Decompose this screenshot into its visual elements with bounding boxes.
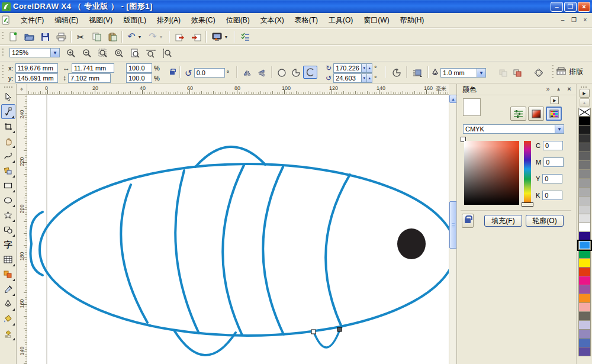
scale-h-input[interactable]: 100.0	[126, 63, 152, 73]
zoom-to-page-button[interactable]	[128, 47, 142, 60]
outline-pen-tool[interactable]	[1, 297, 15, 311]
channel-c-input[interactable]: 0	[543, 141, 563, 150]
eyedropper-tool[interactable]	[1, 282, 15, 297]
drawing-canvas[interactable]	[27, 95, 449, 364]
color-swatch[interactable]	[578, 241, 591, 250]
menu-view[interactable]: 视图(V)	[83, 14, 118, 27]
export-button[interactable]	[189, 30, 203, 43]
wrap-paragraph-button[interactable]	[496, 66, 510, 79]
fish-stripe[interactable]	[263, 167, 284, 334]
color-swatch[interactable]	[578, 232, 591, 241]
ellipse-tool[interactable]	[1, 193, 15, 208]
convert-to-curves-button[interactable]	[510, 66, 525, 79]
horizontal-ruler[interactable]: 毫米 020406080100120140160	[27, 84, 449, 95]
close-button[interactable]: ×	[578, 2, 590, 12]
color-swatch[interactable]	[578, 339, 591, 347]
outline-width-dropdown[interactable]: ▼	[477, 68, 486, 78]
color-swatch[interactable]	[578, 347, 591, 356]
undo-dropdown[interactable]: ▼	[136, 30, 143, 43]
fill-button[interactable]: 填充(F)	[484, 215, 522, 227]
menu-file[interactable]: 文件(F)	[15, 14, 49, 27]
wrap-text-button[interactable]	[410, 66, 424, 79]
zoom-level-input[interactable]: 125%	[9, 48, 51, 57]
fish-stripe[interactable]	[223, 165, 244, 335]
fish-stripe[interactable]	[326, 175, 350, 327]
zoom-to-selection-button[interactable]	[96, 47, 110, 60]
paste-button[interactable]	[105, 30, 120, 43]
import-button[interactable]	[173, 30, 187, 43]
arc-direction-button[interactable]	[390, 66, 404, 79]
spin-up-icon[interactable]: ▲	[367, 63, 372, 73]
vertical-scrollbar[interactable]: ▲	[449, 95, 456, 364]
arc-mode-button[interactable]	[303, 66, 317, 79]
interactive-fill-tool[interactable]	[1, 326, 15, 341]
scale-v-input[interactable]: 100.0	[126, 73, 152, 83]
freehand-tool[interactable]	[1, 149, 15, 163]
channel-y-input[interactable]: 0	[542, 174, 562, 183]
table-tool[interactable]	[1, 252, 15, 267]
object-height-input[interactable]: 7.102 mm	[68, 73, 111, 83]
fish-body[interactable]	[40, 164, 449, 336]
color-swatch[interactable]	[578, 205, 591, 214]
color-swatch[interactable]	[578, 223, 591, 232]
color-swatch[interactable]	[578, 125, 591, 134]
zoom-in-button[interactable]	[64, 47, 78, 60]
palette-scroll-up-button[interactable]: ▲	[580, 98, 590, 107]
color-swatch[interactable]	[578, 250, 591, 259]
ellipse-mode-button[interactable]	[275, 66, 289, 79]
redo-dropdown[interactable]: ▼	[157, 30, 165, 43]
arc-node-handle[interactable]	[311, 330, 316, 334]
color-swatch[interactable]	[578, 214, 591, 223]
object-width-input[interactable]: 11.741 mm	[72, 63, 114, 73]
toolbar-grip[interactable]	[2, 32, 4, 41]
spin-up-icon[interactable]: ▲	[367, 73, 372, 83]
outline-width-input[interactable]: 1.0 mm	[440, 68, 477, 78]
print-button[interactable]	[54, 30, 68, 43]
fill-tool[interactable]	[1, 311, 15, 326]
color-field[interactable]	[464, 141, 519, 205]
options-flyout-button[interactable]: ▶	[551, 96, 559, 104]
scale-lock-button[interactable]	[169, 68, 175, 78]
blend-tool[interactable]	[1, 267, 15, 282]
menu-table[interactable]: 表格(T)	[289, 14, 323, 27]
doc-restore-button[interactable]: ❐	[570, 15, 578, 24]
options-button[interactable]	[238, 30, 252, 43]
color-swatch[interactable]	[578, 134, 591, 143]
color-swatch[interactable]	[578, 321, 591, 330]
new-document-button[interactable]	[6, 30, 20, 43]
text-tool[interactable]: 字	[1, 237, 15, 252]
mirror-horizontal-button[interactable]	[240, 66, 255, 79]
docker-flyout-button[interactable]: »	[543, 85, 552, 92]
pan-tool[interactable]	[1, 134, 15, 149]
color-swatch[interactable]	[578, 268, 591, 276]
palette-flyout-button[interactable]: ▶	[580, 89, 590, 98]
copy-button[interactable]	[89, 30, 104, 43]
channel-m-input[interactable]: 0	[543, 157, 564, 167]
color-swatch[interactable]	[578, 303, 591, 312]
hue-slider-handle[interactable]	[522, 202, 533, 207]
object-x-input[interactable]: 119.676 mm	[15, 63, 58, 73]
layout-button[interactable]: 排版	[556, 67, 583, 76]
menu-tools[interactable]: 工具(O)	[323, 14, 358, 27]
color-swatch[interactable]	[578, 161, 591, 170]
basic-shapes-tool[interactable]	[1, 223, 15, 237]
zoom-level-dropdown[interactable]: ▼	[51, 48, 60, 57]
docker-rollup-button[interactable]: ▲	[554, 86, 563, 92]
fish-stripe[interactable]	[121, 185, 147, 323]
document-icon[interactable]	[1, 15, 11, 25]
polygon-tool[interactable]	[1, 208, 15, 223]
color-swatch[interactable]	[578, 276, 591, 285]
docker-close-button[interactable]: ×	[565, 85, 574, 92]
open-button[interactable]	[22, 30, 36, 43]
pick-tool[interactable]	[1, 89, 15, 104]
color-swatch[interactable]	[578, 312, 591, 321]
arc-end-angle-input[interactable]: 24.603	[333, 73, 362, 83]
fish-eye[interactable]	[397, 228, 426, 259]
color-model-dropdown[interactable]: ▼	[555, 124, 564, 134]
mirror-vertical-button[interactable]	[255, 66, 269, 79]
vertical-ruler[interactable]: 240220200180160140	[17, 95, 27, 364]
menu-arrange[interactable]: 排列(A)	[152, 14, 186, 27]
color-swatch[interactable]	[578, 179, 591, 188]
color-swatch[interactable]	[578, 117, 591, 125]
menu-effects[interactable]: 效果(C)	[186, 14, 221, 27]
